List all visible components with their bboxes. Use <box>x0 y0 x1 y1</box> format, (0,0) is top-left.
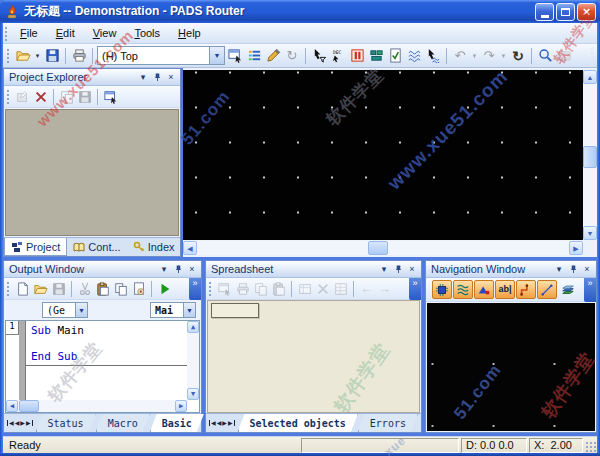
maximize-button[interactable] <box>556 3 575 21</box>
dec-cursor-button[interactable]: DEC <box>329 47 347 65</box>
tab-scroll-arrows[interactable]: ◀ ◀ ▶ ▶ <box>4 414 36 432</box>
toolbar-grip[interactable] <box>6 48 10 63</box>
edit-cell-button[interactable] <box>296 280 313 297</box>
project-explorer-tree[interactable] <box>5 109 179 236</box>
chevron-down-icon[interactable]: ▼ <box>75 303 87 317</box>
redo-dropdown-icon[interactable]: ▾ <box>499 52 508 60</box>
tab-contents[interactable]: Cont... <box>67 238 126 256</box>
print-button[interactable] <box>70 47 88 65</box>
code-editor[interactable]: 1 Sub Main End Sub ▲ ▼ ◀ ▶ <box>5 320 200 413</box>
navigation-window-header[interactable]: Navigation Window ▾ × <box>426 261 596 278</box>
close-icon[interactable]: × <box>164 71 178 84</box>
scroll-left-icon[interactable]: ◀ <box>6 400 18 412</box>
record-macro-button[interactable] <box>130 280 147 297</box>
scroll-right-icon[interactable]: ▶ <box>569 241 583 255</box>
toolbar-overflow-button[interactable]: » <box>189 278 201 300</box>
scroll-down-icon[interactable]: ▼ <box>583 226 597 240</box>
scroll-right-icon[interactable]: ▶ <box>175 400 187 412</box>
view-shapes-button[interactable] <box>474 280 494 299</box>
next-tab-icon[interactable]: ▶ <box>222 420 227 426</box>
library-select[interactable]: (Ge ▼ <box>42 302 88 318</box>
pin-icon[interactable] <box>171 263 185 276</box>
project-explorer-header[interactable]: Project Explorer ▾ × <box>4 69 180 86</box>
view-guides-button[interactable] <box>537 280 557 299</box>
tab-index[interactable]: Index <box>127 238 181 256</box>
chevron-down-icon[interactable]: ▾ <box>136 71 150 84</box>
scroll-up-icon[interactable]: ▲ <box>583 70 597 84</box>
copy-button[interactable] <box>58 88 75 105</box>
next-tab-icon[interactable]: ▶ <box>20 420 25 426</box>
table-button[interactable] <box>332 280 349 297</box>
pin-icon[interactable] <box>150 71 164 84</box>
tab-scroll-arrows[interactable]: ◀ ◀ ▶ ▶ <box>206 414 238 432</box>
close-button[interactable]: × <box>577 3 596 21</box>
zoom-level[interactable]: X: 2.00 <box>529 438 583 453</box>
layer-list-button[interactable] <box>245 47 263 65</box>
view-components-button[interactable] <box>432 280 452 299</box>
scroll-up-icon[interactable]: ▲ <box>187 321 199 333</box>
open-file-button[interactable] <box>14 47 32 65</box>
scroll-down-icon[interactable]: ▼ <box>187 388 199 400</box>
redo-button[interactable]: ↷ <box>480 47 498 65</box>
new-document-button[interactable] <box>14 280 31 297</box>
menu-tools[interactable]: Tools <box>125 24 169 42</box>
properties-button[interactable] <box>226 47 244 65</box>
print-button[interactable] <box>234 280 251 297</box>
first-tab-icon[interactable]: ◀ <box>7 420 14 426</box>
open-file-dropdown-icon[interactable]: ▾ <box>33 52 42 60</box>
close-icon[interactable]: × <box>580 263 594 276</box>
prev-tab-icon[interactable]: ◀ <box>15 420 20 426</box>
paste-button[interactable] <box>270 280 287 297</box>
first-tab-icon[interactable]: ◀ <box>209 420 216 426</box>
components-button[interactable] <box>367 47 385 65</box>
forward-button[interactable]: → <box>376 280 393 297</box>
macro-select[interactable]: Mai ▼ <box>150 302 196 318</box>
tab-basic[interactable]: Basic <box>150 414 204 432</box>
canvas-vscroll-thumb[interactable] <box>583 146 597 168</box>
tab-selected-objects[interactable]: Selected objects <box>238 414 358 432</box>
pause-routing-button[interactable] <box>348 47 366 65</box>
view-nets-button[interactable] <box>453 280 473 299</box>
menu-edit[interactable]: Edit <box>47 24 84 42</box>
select-filter-cursor-button[interactable] <box>310 47 328 65</box>
copy-button[interactable] <box>112 280 129 297</box>
menu-file[interactable]: File <box>11 24 47 42</box>
open-button[interactable] <box>32 280 49 297</box>
output-window-header[interactable]: Output Window ▾ × <box>4 261 201 278</box>
tab-macro[interactable]: Macro <box>96 414 150 432</box>
last-tab-icon[interactable]: ▶ <box>26 420 33 426</box>
canvas-hscroll-thumb[interactable] <box>368 241 388 255</box>
board-view-button[interactable] <box>555 47 573 65</box>
run-button[interactable] <box>156 280 173 297</box>
spreadsheet-header[interactable]: Spreadsheet ▾ × <box>206 261 421 278</box>
close-icon[interactable]: × <box>185 263 199 276</box>
sync-button[interactable]: ↻ <box>283 47 301 65</box>
spreadsheet-header-cell[interactable] <box>211 303 259 318</box>
tab-project[interactable]: Project <box>4 238 67 256</box>
zoom-button[interactable] <box>536 47 554 65</box>
editor-hscroll-thumb[interactable] <box>19 400 39 412</box>
pin-icon[interactable] <box>391 263 405 276</box>
minimize-button[interactable] <box>535 3 554 21</box>
pin-icon[interactable] <box>566 263 580 276</box>
select-routes-cursor-button[interactable] <box>424 47 442 65</box>
toolbar-overflow-button[interactable]: » <box>584 278 596 302</box>
routes-button[interactable] <box>405 47 423 65</box>
toolbar-overflow-button[interactable]: » <box>409 278 421 300</box>
tab-errors[interactable]: Errors <box>358 414 418 432</box>
resize-grip[interactable] <box>585 441 597 453</box>
undo-button[interactable]: ↶ <box>451 47 469 65</box>
new-item-button[interactable] <box>14 88 31 105</box>
delete-row-button[interactable] <box>314 280 331 297</box>
spreadsheet-grid[interactable] <box>207 300 420 413</box>
toolbar-end-grip[interactable] <box>589 46 595 66</box>
paste-button[interactable] <box>76 88 93 105</box>
chevron-down-icon[interactable]: ▾ <box>552 263 566 276</box>
view-traces-button[interactable] <box>516 280 536 299</box>
prev-tab-icon[interactable]: ◀ <box>217 420 222 426</box>
tab-status[interactable]: Status <box>36 414 96 432</box>
menu-view[interactable]: View <box>84 24 126 42</box>
layers-button[interactable] <box>558 280 578 299</box>
chevron-down-icon[interactable]: ▼ <box>183 303 195 317</box>
menubar-grip[interactable] <box>4 26 8 41</box>
